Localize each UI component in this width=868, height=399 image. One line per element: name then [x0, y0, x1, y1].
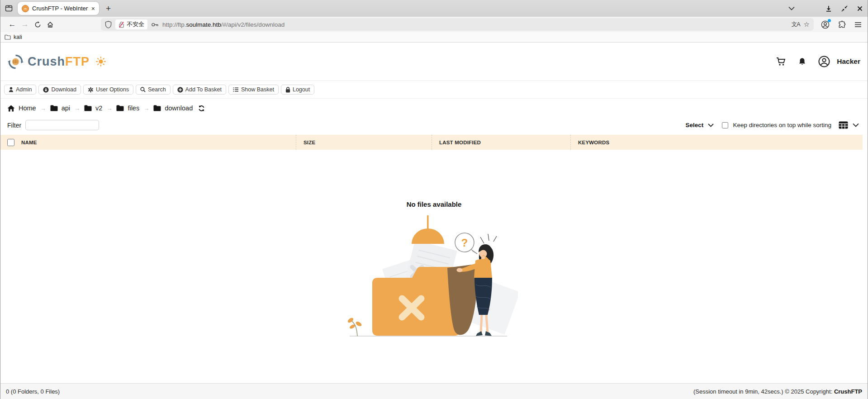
search-button[interactable]: Search: [136, 85, 171, 95]
admin-label: Admin: [16, 86, 32, 93]
security-label: 不安全: [127, 20, 144, 28]
breadcrumb-separator: →: [106, 105, 112, 112]
keep-dirs-label: Keep directories on top while sorting: [733, 122, 831, 128]
plant: [346, 317, 362, 336]
column-last-modified[interactable]: LAST MODIFIED: [432, 135, 570, 150]
breadcrumb-v2[interactable]: v2: [84, 104, 102, 112]
bookmark-star-icon[interactable]: ☆: [804, 20, 810, 28]
breadcrumb-home[interactable]: Home: [7, 104, 36, 112]
refresh-icon[interactable]: [198, 105, 205, 112]
session-text: (Session timeout in 9min, 42secs.) © 202…: [693, 388, 834, 395]
breadcrumb-label: Home: [19, 104, 36, 112]
home-fill-icon: [7, 105, 15, 112]
new-tab-button[interactable]: +: [106, 4, 111, 14]
user-options-label: User Options: [96, 86, 129, 93]
breadcrumb-label: files: [128, 104, 139, 112]
status-bar: 0 (0 Folders, 0 Files) (Session timeout …: [0, 383, 868, 399]
logout-label: Logout: [293, 86, 310, 93]
url-bar[interactable]: 不安全 http://ftp.soulmate.htb/#/api/v2/fil…: [101, 18, 814, 31]
security-chip[interactable]: 不安全: [115, 19, 147, 29]
empty-state: No files available: [337, 200, 531, 341]
person-icon: [9, 87, 14, 92]
breadcrumb-api[interactable]: api: [50, 104, 70, 112]
view-table-icon[interactable]: [839, 121, 848, 129]
account-icon[interactable]: [821, 20, 830, 29]
restore-window-icon[interactable]: [841, 5, 848, 12]
menu-hamburger-icon[interactable]: [854, 22, 862, 28]
extensions-puzzle-icon[interactable]: [838, 21, 846, 28]
user-avatar-icon[interactable]: [818, 56, 830, 67]
admin-button[interactable]: Admin: [4, 85, 36, 95]
logout-button[interactable]: Logout: [281, 85, 314, 95]
lock-insecure-icon: [119, 21, 124, 28]
close-window-icon[interactable]: [857, 6, 863, 11]
lamp-shade: [412, 228, 444, 244]
leg: [486, 315, 488, 333]
file-count: 0 (0 Folders, 0 Files): [6, 388, 60, 395]
list-tabs-icon[interactable]: [788, 6, 795, 10]
empty-state-title: No files available: [337, 200, 531, 208]
browser-tab[interactable]: CrushFTP - WebInterface ×: [18, 2, 99, 15]
session-info: (Session timeout in 9min, 42secs.) © 202…: [693, 388, 862, 395]
back-icon[interactable]: ←: [6, 20, 19, 29]
empty-folder-illustration: ?: [337, 210, 518, 341]
breadcrumb-download[interactable]: download: [153, 104, 193, 112]
keep-dirs-checkbox[interactable]: [722, 122, 728, 128]
folder-icon: [116, 105, 124, 111]
download-label: Download: [51, 86, 76, 93]
brand-logo[interactable]: CrushFTP: [8, 54, 90, 70]
reload-icon[interactable]: [31, 21, 44, 28]
folder-icon: [84, 105, 92, 111]
add-to-basket-button[interactable]: Add To Basket: [173, 85, 226, 95]
footer-brand: CrushFTP: [834, 388, 862, 395]
select-dropdown[interactable]: Select: [686, 122, 704, 128]
download-button[interactable]: Download: [38, 85, 81, 95]
search-label: Search: [148, 86, 166, 93]
browser-navbar: ← → 不安全 http://ftp.soulmate.htb/#/api/v2…: [0, 17, 868, 32]
circle-plus-icon: [177, 87, 183, 93]
firefox-view-icon[interactable]: [5, 4, 13, 13]
bell-icon[interactable]: [798, 57, 806, 66]
filter-input[interactable]: [25, 120, 99, 130]
crushftp-page: CrushFTP Hacker: [0, 43, 868, 399]
theme-sun-icon[interactable]: [96, 57, 106, 66]
key-icon[interactable]: [151, 22, 159, 27]
breadcrumb-separator: →: [143, 105, 149, 112]
breadcrumb-separator: →: [40, 105, 46, 112]
question-mark: ?: [461, 237, 468, 249]
basket-list-icon: [233, 87, 239, 92]
hand: [456, 268, 462, 272]
breadcrumb-files[interactable]: files: [116, 104, 139, 112]
app-header: CrushFTP Hacker: [0, 43, 868, 81]
downloads-icon[interactable]: [825, 5, 832, 12]
folder-icon: [50, 105, 58, 111]
home-icon[interactable]: [44, 21, 57, 28]
bookmarks-bar: kali: [0, 32, 868, 43]
breadcrumb-label: api: [62, 104, 70, 112]
user-name[interactable]: Hacker: [837, 57, 860, 66]
breadcrumb-label: download: [165, 104, 193, 112]
tab-close-icon[interactable]: ×: [91, 5, 95, 12]
filter-label: Filter: [7, 122, 21, 129]
column-keywords[interactable]: KEYWORDS: [570, 135, 863, 150]
leg: [481, 315, 482, 333]
select-chevron-icon[interactable]: [708, 124, 714, 127]
gear-icon: [88, 87, 94, 93]
column-size[interactable]: SIZE: [296, 135, 432, 150]
column-name[interactable]: NAME: [21, 135, 296, 150]
forward-icon: →: [19, 20, 31, 29]
select-all-checkbox[interactable]: [7, 139, 14, 146]
show-basket-button[interactable]: Show Basket: [228, 85, 279, 95]
cart-icon[interactable]: [776, 57, 786, 66]
sparkle-lines: [480, 234, 497, 243]
brand-primary: Crush: [28, 55, 65, 68]
folder-icon: [153, 105, 161, 111]
search-icon: [140, 87, 146, 92]
url-text[interactable]: http://ftp.soulmate.htb/#/api/v2/files/d…: [162, 21, 788, 28]
url-host: soulmate.htb: [186, 21, 221, 28]
user-options-button[interactable]: User Options: [83, 85, 133, 95]
translate-icon[interactable]: 文A: [792, 21, 800, 28]
view-chevron-icon[interactable]: [853, 123, 859, 127]
bookmark-item-kali[interactable]: kali: [14, 34, 22, 40]
shield-icon[interactable]: [105, 21, 112, 28]
